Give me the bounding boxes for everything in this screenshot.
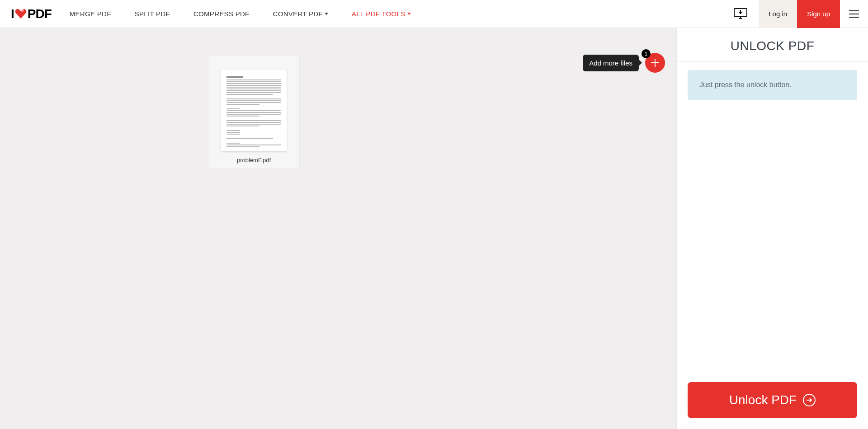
unlock-button[interactable]: Unlock PDF: [688, 382, 857, 418]
nav: MERGE PDF SPLIT PDF COMPRESS PDF CONVERT…: [70, 10, 411, 18]
file-count-badge: 1: [642, 49, 651, 58]
header: I PDF MERGE PDF SPLIT PDF COMPRESS PDF C…: [0, 0, 868, 28]
info-box: Just press the unlock button.: [688, 70, 857, 100]
header-right: Log in Sign up: [731, 0, 868, 28]
sidebar: UNLOCK PDF Just press the unlock button.…: [676, 28, 868, 429]
nav-merge[interactable]: MERGE PDF: [70, 10, 111, 18]
workspace: problemF.pdf Add more files 1: [0, 28, 676, 429]
signup-button[interactable]: Sign up: [797, 0, 840, 28]
add-more-tooltip: Add more files: [583, 55, 639, 71]
chevron-down-icon: [325, 13, 328, 15]
logo-i: I: [11, 7, 14, 21]
file-name: problemF.pdf: [237, 157, 271, 163]
logo[interactable]: I PDF: [11, 7, 52, 21]
sidebar-body: Just press the unlock button.: [677, 62, 868, 373]
heart-icon: [15, 9, 27, 19]
add-files-button[interactable]: 1: [645, 53, 665, 73]
logo-pdf: PDF: [28, 7, 52, 21]
login-button[interactable]: Log in: [759, 0, 797, 28]
file-preview: [221, 70, 287, 151]
arrow-right-icon: [803, 394, 816, 406]
nav-all-tools[interactable]: ALL PDF TOOLS: [352, 10, 411, 18]
add-more-container: Add more files 1: [583, 53, 665, 73]
sidebar-title: UNLOCK PDF: [677, 28, 868, 62]
chevron-down-icon: [407, 13, 411, 15]
hamburger-icon: [849, 10, 859, 18]
sidebar-footer: Unlock PDF: [677, 373, 868, 429]
desktop-download-icon[interactable]: [731, 5, 750, 23]
nav-convert[interactable]: CONVERT PDF: [273, 10, 328, 18]
nav-split[interactable]: SPLIT PDF: [135, 10, 170, 18]
main: problemF.pdf Add more files 1 UNLOCK PDF…: [0, 28, 868, 429]
menu-button[interactable]: [840, 0, 868, 28]
file-card[interactable]: problemF.pdf: [208, 55, 300, 168]
nav-compress[interactable]: COMPRESS PDF: [193, 10, 250, 18]
